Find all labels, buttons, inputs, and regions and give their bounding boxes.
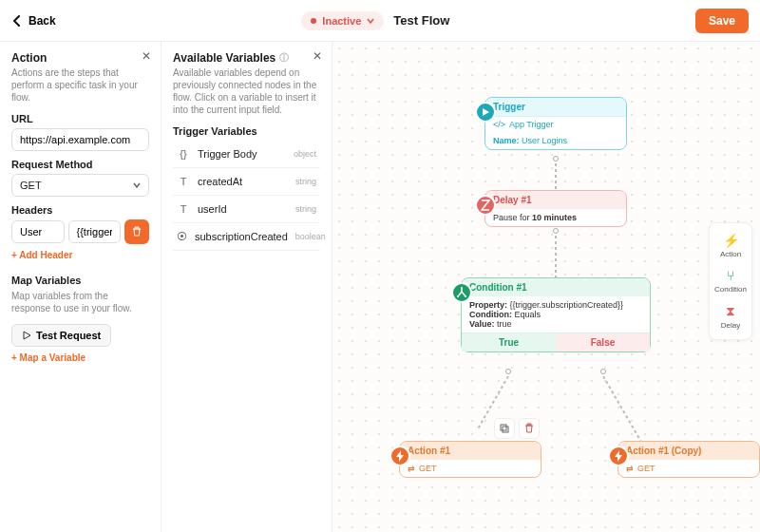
link-icon: ⇄	[626, 464, 634, 473]
connector-hub[interactable]	[553, 156, 559, 162]
method-select[interactable]: GET	[11, 174, 149, 197]
action-node[interactable]: Action #1 ⇄ GET	[399, 441, 542, 478]
panel-subtitle: Available variables depend on previously…	[173, 66, 320, 116]
node-title: Action #1	[408, 446, 450, 456]
delay-node[interactable]: Delay #1 Pause for 10 minutes	[484, 190, 627, 227]
connector-hub[interactable]	[600, 369, 606, 374]
delete-node-button[interactable]	[519, 418, 540, 439]
variable-name: userId	[198, 203, 288, 215]
property-label: Property:	[469, 300, 507, 310]
trash-icon	[523, 423, 535, 434]
action-method: GET	[419, 464, 437, 473]
trigger-subtitle: App Trigger	[509, 120, 554, 129]
panel-subtitle: Actions are the steps that perform a spe…	[11, 66, 149, 104]
node-title: Action #1 (Copy)	[626, 446, 701, 456]
value-label: Value:	[469, 319, 495, 329]
status-dropdown[interactable]: Inactive	[301, 11, 384, 30]
string-type-icon: T	[177, 203, 190, 215]
connector-line	[555, 163, 557, 190]
connector-hub[interactable]	[505, 369, 511, 374]
variable-item[interactable]: ⦿ subscriptionCreated boolean	[173, 223, 320, 251]
close-icon[interactable]: ✕	[313, 49, 322, 63]
action-node-copy[interactable]: Action #1 (Copy) ⇄ GET	[618, 441, 760, 478]
condition-false-branch[interactable]: False	[556, 333, 650, 352]
back-label: Back	[28, 14, 56, 28]
url-label: URL	[11, 113, 149, 124]
action-badge-icon	[390, 446, 410, 466]
header-value-input[interactable]	[68, 220, 122, 243]
method-value: GET	[20, 180, 42, 191]
connector-line	[602, 376, 642, 443]
node-toolbar	[494, 418, 540, 439]
connector-hub[interactable]	[553, 228, 559, 234]
condition-true-branch[interactable]: True	[462, 333, 556, 352]
play-icon	[22, 331, 31, 340]
action-config-panel: ✕ Action Actions are the steps that perf…	[0, 42, 162, 532]
variable-name: createdAt	[198, 176, 288, 187]
object-type-icon: {}	[177, 148, 190, 160]
back-button[interactable]: Back	[11, 14, 56, 28]
palette-condition[interactable]: ⑂ Condition	[710, 264, 751, 297]
palette-label: Condition	[714, 285, 747, 294]
trigger-node[interactable]: Trigger </> App Trigger Name: User Login…	[484, 97, 627, 150]
name-label: Name:	[493, 136, 520, 145]
trigger-name-value: User Logins	[522, 136, 567, 145]
status-dot-icon	[311, 18, 316, 24]
panel-title: Action	[11, 51, 149, 65]
variables-panel: ✕ Available Variables ⓘ Available variab…	[162, 42, 332, 532]
chevron-left-icon	[11, 15, 23, 27]
node-palette: ⚡ Action ⑂ Condition ⧗ Delay	[709, 222, 752, 340]
palette-label: Action	[720, 250, 741, 258]
close-icon[interactable]: ✕	[142, 49, 151, 63]
branch-icon: ⑂	[727, 268, 734, 283]
save-button[interactable]: Save	[695, 9, 749, 33]
delete-header-button[interactable]	[124, 219, 149, 244]
duplicate-node-button[interactable]	[494, 418, 515, 439]
condition-node[interactable]: Condition #1 Property: {{trigger.subscri…	[461, 277, 651, 352]
map-variable-link[interactable]: + Map a Variable	[11, 352, 86, 363]
action-badge-icon	[608, 446, 629, 466]
palette-delay[interactable]: ⧗ Delay	[710, 299, 751, 333]
boolean-type-icon: ⦿	[177, 231, 187, 242]
panel-title: Available Variables ⓘ	[173, 51, 320, 65]
svg-point-0	[461, 287, 463, 289]
status-label: Inactive	[322, 15, 361, 27]
url-input[interactable]	[11, 128, 149, 151]
add-header-link[interactable]: + Add Header	[11, 250, 72, 260]
node-title: Condition #1	[469, 282, 527, 293]
variable-item[interactable]: T createdAt string	[173, 168, 320, 196]
variable-kind: string	[295, 204, 316, 214]
variable-kind: boolean	[295, 232, 326, 241]
connector-line	[555, 236, 557, 277]
property-value: {{trigger.subscriptionCreated}}	[510, 300, 624, 310]
variable-name: Trigger Body	[198, 148, 286, 160]
pause-value: 10 minutes	[532, 213, 577, 222]
variable-item[interactable]: T userId string	[173, 196, 320, 223]
bolt-icon: ⚡	[723, 233, 739, 248]
map-variables-title: Map Variables	[11, 275, 149, 286]
condition-badge-icon	[451, 282, 472, 303]
palette-label: Delay	[721, 321, 740, 330]
hourglass-icon: ⧗	[726, 303, 735, 319]
flow-title: Test Flow	[393, 13, 449, 28]
chevron-down-icon	[367, 17, 374, 25]
action-method: GET	[637, 464, 656, 473]
palette-action[interactable]: ⚡ Action	[710, 229, 751, 262]
chevron-down-icon	[133, 181, 141, 189]
test-request-button[interactable]: Test Request	[11, 324, 111, 347]
trash-icon	[131, 226, 142, 238]
test-request-label: Test Request	[36, 330, 101, 341]
headers-label: Headers	[11, 204, 149, 216]
header-key-input[interactable]	[11, 220, 65, 243]
variable-item[interactable]: {} Trigger Body object	[173, 141, 320, 168]
pause-prefix: Pause for	[493, 213, 532, 222]
flow-canvas[interactable]: Trigger </> App Trigger Name: User Login…	[332, 42, 760, 532]
svg-point-2	[465, 295, 466, 297]
info-icon[interactable]: ⓘ	[279, 51, 289, 65]
top-bar: Back Inactive Test Flow Save	[0, 0, 760, 42]
code-icon: </>	[493, 120, 505, 129]
condition-value: Equals	[515, 310, 542, 319]
condition-label: Condition:	[469, 310, 512, 319]
node-title: Delay #1	[493, 195, 532, 205]
map-variables-subtitle: Map variables from the response to use i…	[11, 290, 149, 314]
